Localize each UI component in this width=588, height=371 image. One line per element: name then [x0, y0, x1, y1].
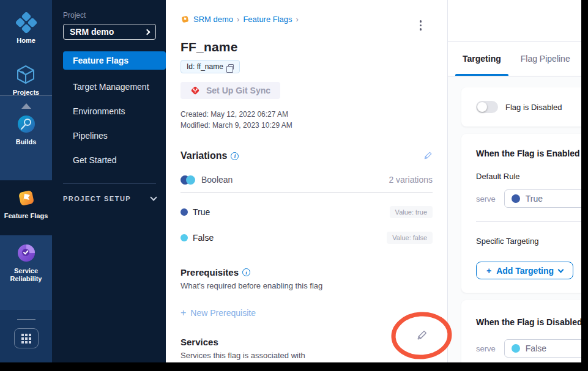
services-description: Services this flag is associated with [180, 351, 433, 360]
variation-row-true: True Value: true [180, 206, 433, 218]
serve-value: False [526, 343, 546, 353]
nav-home[interactable]: Home [16, 12, 37, 45]
builds-icon [16, 114, 37, 134]
git-sync-button[interactable]: Set Up Git Sync [180, 82, 280, 99]
variation-value-badge: Value: false [387, 232, 433, 244]
modified-date: Modified: March 9, 2023 10:29 AM [180, 120, 433, 131]
serve-enabled-select[interactable]: True [504, 189, 588, 208]
project-name: SRM demo [70, 27, 114, 37]
project-sidebar: Project SRM demo Feature Flags Target Ma… [52, 0, 166, 362]
module-label: Projects [13, 89, 39, 97]
sidebar-divider [63, 183, 156, 184]
nav-feature-flags[interactable]: Feature Flags [4, 188, 48, 220]
module-nav: Home Projects [0, 0, 52, 362]
prerequisites-heading: Prerequisites [180, 267, 239, 277]
flag-state-label: Flag is Disabled [505, 103, 562, 112]
chevron-down-icon [150, 194, 157, 200]
panel-tabs: Targeting Flag Pipeline [448, 42, 588, 76]
serve-disabled-select[interactable]: False [504, 339, 588, 358]
edit-variations-icon[interactable] [423, 151, 433, 161]
nav-divider [17, 319, 35, 320]
module-label: Home [17, 37, 35, 45]
chevron-right-icon [144, 29, 151, 35]
project-selector[interactable]: SRM demo [63, 24, 156, 40]
serve-value: True [526, 194, 543, 204]
projects-icon [15, 64, 36, 85]
chevron-down-icon [558, 266, 564, 273]
module-grid-button[interactable] [14, 328, 39, 348]
tab-targeting[interactable]: Targeting [463, 42, 501, 76]
feature-flags-icon [16, 188, 37, 208]
grid-icon [21, 334, 31, 343]
new-prerequisite-label: New Prerequisite [190, 308, 256, 318]
variation-color-dot [512, 344, 520, 353]
nav-service-reliability[interactable]: Service Reliability [0, 243, 52, 283]
plus-icon: + [486, 266, 491, 276]
variation-value-badge: Value: true [390, 206, 433, 218]
targeting-panel: Targeting Flag Pipeline Flag is Disabled… [447, 0, 588, 362]
git-sync-icon [190, 86, 200, 95]
nav-projects[interactable]: Projects [13, 64, 39, 97]
app-window: Home Projects [0, 0, 588, 371]
variation-name: True [193, 207, 210, 217]
letterbox-bottom [0, 362, 588, 371]
variation-color-dot [512, 194, 520, 203]
module-label: Builds [16, 138, 37, 146]
variation-color-dot [180, 208, 188, 216]
serve-label: serve [476, 194, 496, 204]
module-label: Service Reliability [0, 267, 52, 283]
sidebar-item-environments[interactable]: Environments [63, 99, 156, 123]
prerequisites-description: What's required before enabling this fla… [180, 281, 433, 290]
serve-label: serve [476, 344, 496, 353]
breadcrumb-separator: › [237, 15, 239, 24]
enabled-heading: When the Flag is Enabled [476, 149, 580, 158]
enabled-rules-card: When the Flag is Enabled Default Rule se… [461, 134, 588, 293]
boolean-type-icon [180, 175, 195, 185]
new-prerequisite-button[interactable]: + New Prerequisite [180, 307, 433, 318]
tab-flag-pipeline[interactable]: Flag Pipeline [521, 42, 570, 76]
info-icon[interactable]: i [242, 268, 250, 276]
disabled-heading: When the Flag is Disabled [476, 317, 582, 327]
flag-id-label: Id: ff_name [187, 62, 223, 71]
module-label: Feature Flags [4, 212, 48, 220]
git-sync-label: Set Up Git Sync [206, 86, 270, 95]
services-heading: Services [180, 337, 218, 347]
page-title: FF_name [180, 40, 433, 54]
service-reliability-icon [16, 243, 37, 263]
disabled-rules-card: When the Flag is Disabled serve False [461, 300, 588, 371]
variation-count: 2 variations [389, 175, 433, 185]
sidebar-menu: Feature Flags Target Management Environm… [63, 51, 156, 172]
sidebar-item-target-management[interactable]: Target Management [63, 75, 156, 99]
breadcrumb-separator: › [296, 15, 299, 24]
sidebar-item-feature-flags[interactable]: Feature Flags [63, 51, 166, 70]
breadcrumb-link-feature-flags[interactable]: Feature Flags [243, 15, 292, 24]
flag-enabled-toggle[interactable] [476, 101, 498, 113]
edit-services-icon[interactable] [415, 329, 428, 342]
add-targeting-button[interactable]: + Add Targeting [476, 262, 573, 279]
main-content: SRM demo › Feature Flags › FF_name Id: f… [166, 0, 447, 362]
scroll-up-icon[interactable] [21, 103, 31, 109]
more-options-button[interactable] [419, 19, 423, 32]
sidebar-item-pipelines[interactable]: Pipelines [63, 123, 156, 148]
flag-state-card: Flag is Disabled [461, 87, 588, 127]
nav-builds[interactable]: Builds [16, 114, 37, 146]
home-icon [16, 12, 37, 33]
breadcrumb-link-project[interactable]: SRM demo [193, 15, 233, 24]
variation-row-false: False Value: false [180, 232, 433, 244]
letterbox-right [581, 0, 588, 371]
variation-type-label: Boolean [201, 175, 233, 185]
copy-icon[interactable] [228, 64, 234, 70]
variation-color-dot [180, 234, 188, 241]
flag-id-chip[interactable]: Id: ff_name [180, 60, 240, 73]
sidebar-item-get-started[interactable]: Get Started [63, 148, 156, 172]
breadcrumb: SRM demo › Feature Flags › [180, 15, 433, 24]
default-rule-label: Default Rule [476, 172, 588, 181]
card-divider [476, 221, 588, 222]
variation-name: False [193, 233, 214, 243]
plus-icon: + [180, 307, 186, 318]
project-setup-toggle[interactable]: PROJECT SETUP [63, 195, 156, 202]
project-setup-label: PROJECT SETUP [63, 195, 131, 202]
panel-header [448, 0, 588, 42]
info-icon[interactable]: i [231, 152, 239, 160]
feature-flag-breadcrumb-icon [180, 15, 190, 24]
